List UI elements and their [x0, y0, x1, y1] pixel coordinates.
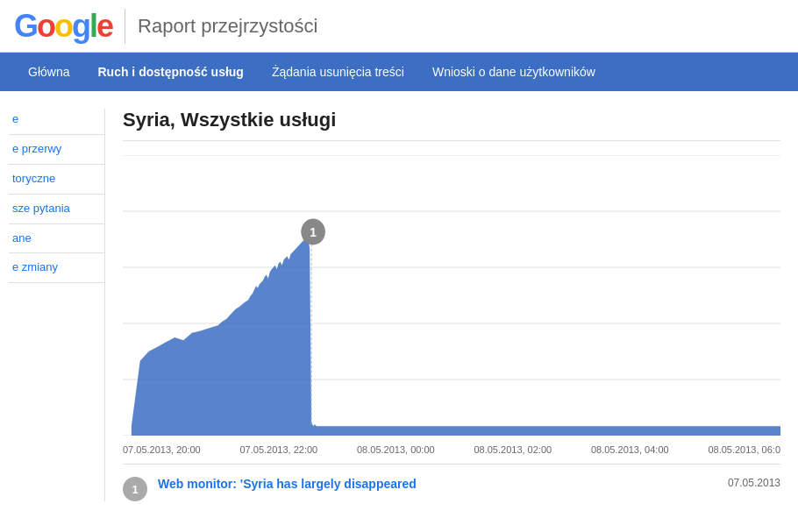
sidebar: e e przerwy toryczne sze pytania ane e z…	[0, 109, 105, 501]
chart-svg: 1	[123, 155, 780, 436]
x-label-4: 08.05.2013, 02:00	[474, 444, 552, 455]
chart-fill	[132, 236, 780, 436]
nav-item-removal[interactable]: Żądania usunięcia treści	[258, 53, 418, 91]
news-section: 1 Web monitor: 'Syria has largely disapp…	[123, 464, 780, 501]
header-divider	[125, 9, 125, 44]
x-label-3: 08.05.2013, 00:00	[357, 444, 435, 455]
svg-text:1: 1	[310, 224, 317, 239]
x-label-2: 07.05.2013, 22:00	[239, 444, 317, 455]
news-title[interactable]: Web monitor: 'Syria has largely disappea…	[158, 477, 417, 491]
nav-item-home[interactable]: Główna	[14, 53, 83, 91]
header: Google Raport przejrzystości	[0, 0, 798, 53]
content-title: Syria, Wszystkie usługi	[123, 109, 780, 141]
news-content: Web monitor: 'Syria has largely disappea…	[158, 477, 780, 491]
sidebar-item-6[interactable]: e zmiany	[9, 253, 104, 283]
sidebar-item-5[interactable]: ane	[9, 224, 104, 254]
page-title: Raport przejrzystości	[138, 15, 317, 38]
x-label-1: 07.05.2013, 20:00	[123, 444, 201, 455]
sidebar-item-4[interactable]: sze pytania	[9, 195, 104, 224]
nav-item-requests[interactable]: Wnioski o dane użytkowników	[418, 53, 609, 91]
main-content: e e przerwy toryczne sze pytania ane e z…	[0, 91, 798, 501]
traffic-chart: 1	[123, 155, 780, 436]
sidebar-item-3[interactable]: toryczne	[9, 165, 104, 195]
news-row: Web monitor: 'Syria has largely disappea…	[158, 477, 780, 491]
sidebar-item-1[interactable]: e	[9, 109, 104, 135]
x-label-5: 08.05.2013, 04:00	[591, 444, 669, 455]
news-badge: 1	[123, 477, 147, 501]
main-nav: Główna Ruch i dostępność usług Żądania u…	[0, 53, 798, 91]
content-area: Syria, Wszystkie usługi 1	[105, 109, 798, 501]
google-logo: Google	[14, 8, 112, 45]
news-date: 07.05.2013	[728, 477, 780, 489]
nav-item-traffic[interactable]: Ruch i dostępność usług	[83, 53, 257, 91]
x-label-6: 08.05.2013, 06:0	[708, 444, 780, 455]
x-axis-labels: 07.05.2013, 20:00 07.05.2013, 22:00 08.0…	[123, 444, 780, 455]
sidebar-item-2[interactable]: e przerwy	[9, 135, 104, 165]
